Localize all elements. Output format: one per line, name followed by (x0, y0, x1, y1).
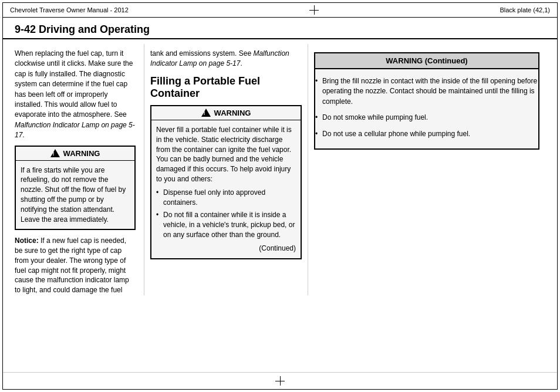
left-warning-box: WARNING If a fire starts while you are r… (15, 146, 136, 231)
right-bullet-list: Bring the fill nozzle in contact with th… (315, 76, 538, 139)
left-notice: Notice: If a new fuel cap is needed, be … (15, 236, 136, 295)
left-warning-body: If a fire starts while you are refueling… (16, 161, 134, 229)
left-warning-header: WARNING (16, 147, 134, 161)
left-warning-label: WARNING (63, 149, 100, 158)
mid-warning-label: WARNING (214, 109, 251, 117)
left-column: When replacing the fuel cap, turn it clo… (15, 44, 144, 295)
warning-triangle-icon (50, 149, 60, 157)
main-content: When replacing the fuel cap, turn it clo… (3, 44, 557, 319)
mid-warning-box: WARNING Never fill a portable fuel conta… (150, 105, 302, 259)
continued-label: (Continued) (156, 244, 296, 254)
page-title-bar: 9-42 Driving and Operating (3, 18, 557, 39)
middle-column: tank and emissions system. See Malfuncti… (144, 44, 308, 295)
page-border: Chevrolet Traverse Owner Manual - 2012 B… (2, 2, 558, 390)
right-warning-body: Bring the fill nozzle in contact with th… (315, 69, 538, 148)
list-item: Bring the fill nozzle in contact with th… (315, 76, 538, 107)
header-center (309, 5, 319, 15)
page-title: 9-42 Driving and Operating (15, 23, 545, 36)
page-footer (3, 372, 557, 389)
mid-body-text: tank and emissions system. See Malfuncti… (150, 49, 302, 69)
right-warning-header: WARNING (Continued) (315, 53, 538, 69)
mid-warning-header: WARNING (151, 106, 301, 120)
list-item: Do not use a cellular phone while pumpin… (315, 129, 538, 139)
page-header: Chevrolet Traverse Owner Manual - 2012 B… (3, 3, 557, 18)
left-body-text: When replacing the fuel cap, turn it clo… (15, 49, 136, 141)
right-warning-box: WARNING (Continued) Bring the fill nozzl… (314, 52, 539, 150)
crosshair-icon (309, 5, 319, 15)
warning-triangle-mid-icon (201, 109, 211, 117)
list-item: Do not fill a container while it is insi… (156, 210, 296, 239)
list-item: Dispense fuel only into approved contain… (156, 188, 296, 208)
list-item: Do not smoke while pumping fuel. (315, 113, 538, 123)
right-column: WARNING (Continued) Bring the fill nozzl… (308, 44, 545, 295)
footer-crosshair-icon (275, 376, 285, 386)
notice-label: Notice: (15, 236, 39, 245)
mid-warning-body: Never fill a portable fuel container whi… (151, 120, 301, 258)
header-left: Chevrolet Traverse Owner Manual - 2012 (10, 6, 129, 13)
mid-bullet-list: Dispense fuel only into approved contain… (156, 188, 296, 240)
section-heading: Filling a Portable Fuel Container (150, 75, 302, 100)
header-right: Black plate (42,1) (500, 6, 550, 13)
